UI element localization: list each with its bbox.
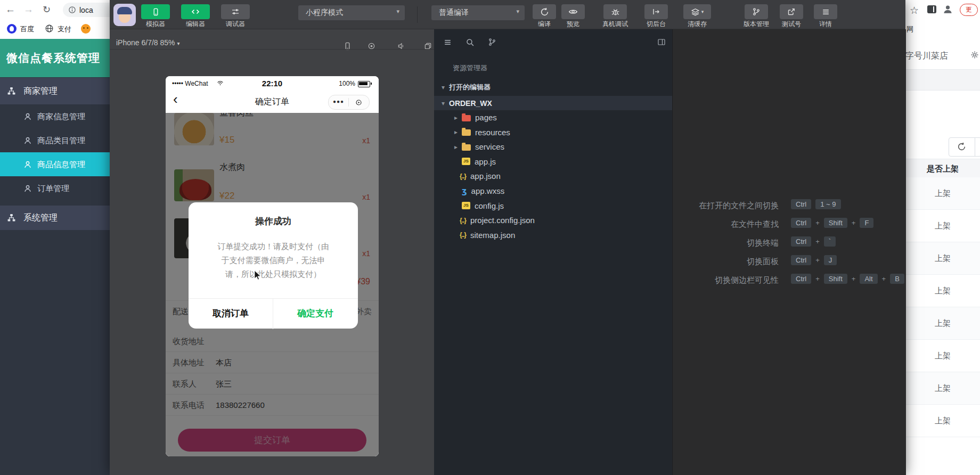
org-icon	[7, 87, 16, 96]
bookmark-pay[interactable]: 支付	[58, 24, 71, 34]
tab-label: 模拟器	[134, 20, 177, 28]
shortcut-label: 切换终端	[672, 238, 779, 248]
tree-item-label: app.wxss	[471, 186, 505, 195]
清缓存-button[interactable]: ▾	[683, 4, 711, 19]
split-editor-icon[interactable]	[657, 38, 666, 46]
tree-item-app.wxss[interactable]: ʒapp.wxss	[434, 184, 672, 198]
sidebar-item-1[interactable]: 商品类目管理	[0, 128, 110, 152]
js-file-icon: JS	[462, 202, 470, 209]
browser-back-icon[interactable]: ←	[5, 4, 15, 15]
tree-item-app.json[interactable]: {..}app.json	[434, 169, 672, 183]
bug-icon	[611, 7, 620, 17]
plus-separator: +	[815, 256, 820, 264]
refresh-icon[interactable]	[957, 142, 966, 151]
mode-select-value: 小程序模式	[306, 8, 343, 18]
sidebar-group-merchant[interactable]: 商家管理	[0, 78, 110, 104]
编译-button[interactable]	[533, 4, 556, 19]
tree-item-project.config.json[interactable]: {..}project.config.json	[434, 213, 672, 227]
info-icon	[68, 6, 76, 14]
tree-item-label: pages	[475, 113, 497, 122]
json-file-icon: {..}	[460, 217, 466, 224]
sidebar-item-3[interactable]: 订单管理	[0, 176, 110, 200]
profile-icon[interactable]	[943, 4, 953, 14]
table-row: 上架	[905, 275, 980, 307]
editor-panel	[672, 29, 906, 475]
project-root[interactable]: ▾ ORDER_WX	[434, 96, 672, 110]
menu-icon	[821, 7, 830, 17]
预览-button[interactable]	[561, 4, 585, 19]
bookmark-partial-label[interactable]: 网	[907, 24, 913, 34]
breadcrumb: 字号川菜店	[905, 51, 948, 62]
open-editors-section[interactable]: ▾ 打开的编辑器	[434, 80, 672, 94]
sidebar-item-2[interactable]: 商品信息管理	[0, 152, 110, 176]
lion-favicon[interactable]	[81, 24, 91, 34]
table-body: 上架上架上架上架上架上架上架上架	[905, 177, 980, 475]
gear-icon[interactable]	[970, 51, 979, 59]
tree-item-pages[interactable]: ▸pages	[434, 110, 672, 125]
side-panel-icon[interactable]	[927, 5, 936, 13]
tab-编辑器[interactable]	[181, 4, 210, 19]
版本管理-button[interactable]	[745, 4, 768, 19]
keycap: Shift	[824, 218, 847, 228]
confirm-pay-button[interactable]: 确定支付	[273, 299, 357, 329]
action-label: 详情	[804, 20, 847, 28]
battery-label: 100%	[339, 80, 355, 87]
keycap: Ctrl	[791, 218, 811, 228]
详情-button[interactable]	[814, 4, 837, 19]
tree-item-label: sitemap.json	[470, 231, 515, 240]
sidebar-group-label: 商家管理	[23, 86, 58, 97]
mouse-cursor-icon	[251, 269, 264, 281]
plus-separator: +	[815, 219, 820, 227]
baidu-favicon[interactable]	[7, 24, 17, 34]
chevron-down-icon: ▾	[396, 8, 399, 15]
update-chip[interactable]: 更	[960, 4, 978, 16]
json-file-icon: {..}	[460, 231, 466, 239]
tree-item-services[interactable]: ▸services	[434, 140, 672, 154]
bookmark-baidu[interactable]: 百度	[20, 24, 34, 34]
tree-item-sitemap.json[interactable]: {..}sitemap.json	[434, 228, 672, 242]
tree-item-resources[interactable]: ▸resources	[434, 125, 672, 140]
browser-reload-icon[interactable]: ↻	[43, 4, 51, 15]
chevron-right-icon: ▸	[454, 114, 462, 121]
globe-favicon[interactable]	[45, 24, 54, 33]
tree-item-app.js[interactable]: JSapp.js	[434, 154, 672, 169]
mode-select[interactable]: 小程序模式 ▾	[298, 5, 405, 20]
tab-调试器[interactable]	[221, 4, 250, 19]
plus-separator: +	[852, 219, 856, 227]
真机调试-button[interactable]	[603, 4, 627, 19]
action-label: 真机调试	[594, 20, 636, 28]
shortcut-keys: Ctrl1 ~ 9	[791, 199, 845, 209]
device-selector[interactable]: iPhone 6/7/8 85% ▾	[116, 38, 179, 47]
reload-icon	[540, 7, 549, 17]
测试号-button[interactable]	[780, 4, 803, 19]
keycap: B	[890, 274, 904, 284]
json-file-icon: {..}	[460, 173, 466, 180]
sidebar-item-0[interactable]: 商家信息管理	[0, 104, 110, 128]
table-row: 上架	[905, 210, 980, 242]
table-toolbar	[949, 137, 980, 157]
chevron-right-icon: ▸	[454, 143, 462, 151]
address-bar[interactable]: loca	[63, 3, 117, 17]
tree-item-config.js[interactable]: JSconfig.js	[434, 199, 672, 213]
exit-icon[interactable]	[349, 95, 369, 109]
tree-item-label: config.js	[475, 201, 504, 210]
more-icon[interactable]: ●●●	[329, 95, 348, 109]
bookmark-star-icon[interactable]: ☆	[910, 4, 919, 17]
search-icon[interactable]	[466, 38, 475, 47]
compile-select[interactable]: 普通编译 ▾	[431, 5, 525, 20]
sidebar-group-system[interactable]: 系统管理	[0, 206, 110, 230]
keycap: Ctrl	[791, 255, 811, 265]
git-branch-icon[interactable]	[488, 38, 496, 46]
plus-separator: +	[815, 275, 820, 283]
avatar[interactable]	[113, 4, 136, 26]
phone-status-bar: ••••• WeChat 22:10 100%	[166, 76, 379, 90]
browser-forward-icon[interactable]: →	[23, 4, 34, 15]
outline-icon[interactable]	[443, 38, 452, 47]
切后台-button[interactable]	[644, 4, 668, 19]
table-row: 上架	[905, 340, 980, 372]
tab-模拟器[interactable]	[141, 4, 170, 19]
cancel-order-button[interactable]: 取消订单	[189, 299, 273, 329]
table-header-shelf: 是否上架	[905, 159, 980, 178]
sidebar-item-label: 商品类目管理	[37, 135, 85, 145]
chevron-right-icon: ▸	[454, 128, 462, 136]
